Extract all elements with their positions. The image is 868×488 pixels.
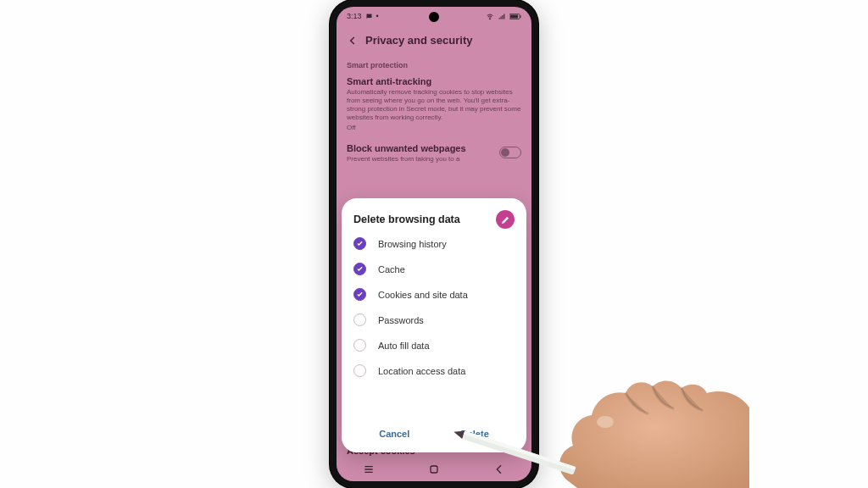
status-time: 3:13 — [347, 12, 362, 20]
back-nav-icon[interactable] — [492, 463, 506, 476]
battery-icon — [509, 13, 521, 20]
pencil-icon — [501, 215, 510, 225]
edit-button[interactable] — [496, 210, 515, 229]
android-nav-bar — [337, 458, 531, 481]
section-label-smart-protection: Smart protection — [347, 61, 521, 69]
option-label: Cookies and site data — [378, 290, 468, 300]
checkbox[interactable] — [353, 288, 366, 301]
checkbox[interactable] — [353, 313, 366, 326]
svg-rect-7 — [431, 466, 437, 473]
delete-button[interactable]: Delete — [453, 425, 498, 442]
delete-browsing-data-dialog: Delete browsing data Browsing historyCac… — [342, 198, 526, 452]
option-row[interactable]: Browsing history — [353, 237, 515, 250]
svg-point-11 — [597, 416, 614, 428]
check-icon — [356, 291, 364, 298]
cancel-button[interactable]: Cancel — [370, 425, 418, 442]
home-icon[interactable] — [427, 463, 441, 476]
check-icon — [356, 240, 364, 247]
option-row[interactable]: Auto fill data — [353, 339, 515, 352]
status-more-icon: • — [376, 12, 379, 20]
check-icon — [356, 265, 364, 273]
wifi-icon — [486, 13, 494, 20]
setting-block-unwanted[interactable]: Block unwanted webpages Prevent websites… — [347, 143, 521, 164]
hand — [529, 378, 749, 488]
back-icon[interactable] — [347, 35, 359, 47]
svg-rect-3 — [520, 15, 521, 18]
phone-frame: 3:13 • Privacy and security Smart protec… — [330, 0, 538, 488]
svg-point-0 — [490, 19, 491, 19]
option-row[interactable]: Location access data — [353, 364, 515, 377]
dialog-title: Delete browsing data — [353, 214, 460, 225]
screen: 3:13 • Privacy and security Smart protec… — [337, 7, 531, 481]
message-icon — [365, 13, 373, 20]
setting-title: Block unwanted webpages — [347, 143, 521, 153]
setting-state: Off — [347, 124, 521, 131]
front-camera — [429, 12, 439, 22]
option-label: Browsing history — [378, 239, 447, 249]
dialog-options: Browsing historyCacheCookies and site da… — [353, 237, 515, 417]
checkbox[interactable] — [353, 364, 366, 377]
page-header: Privacy and security — [337, 29, 531, 52]
option-label: Cache — [378, 264, 405, 274]
option-label: Location access data — [378, 366, 465, 376]
checkbox[interactable] — [353, 237, 366, 250]
svg-rect-2 — [510, 14, 518, 18]
signal-icon — [498, 13, 506, 20]
checkbox[interactable] — [353, 339, 366, 352]
page-title: Privacy and security — [365, 34, 472, 47]
setting-smart-anti-tracking[interactable]: Smart anti-tracking Automatically remove… — [347, 76, 521, 131]
setting-title: Smart anti-tracking — [347, 76, 521, 86]
option-row[interactable]: Cookies and site data — [353, 288, 515, 301]
setting-desc: Prevent websites from taking you to a — [347, 155, 521, 164]
toggle-block-unwanted[interactable] — [499, 147, 521, 158]
option-row[interactable]: Passwords — [353, 313, 515, 326]
option-label: Auto fill data — [378, 341, 430, 351]
option-row[interactable]: Cache — [353, 263, 515, 275]
setting-desc: Automatically remove tracking cookies to… — [347, 88, 521, 122]
option-label: Passwords — [378, 315, 424, 325]
checkbox[interactable] — [353, 263, 366, 275]
recents-icon[interactable] — [362, 463, 376, 476]
